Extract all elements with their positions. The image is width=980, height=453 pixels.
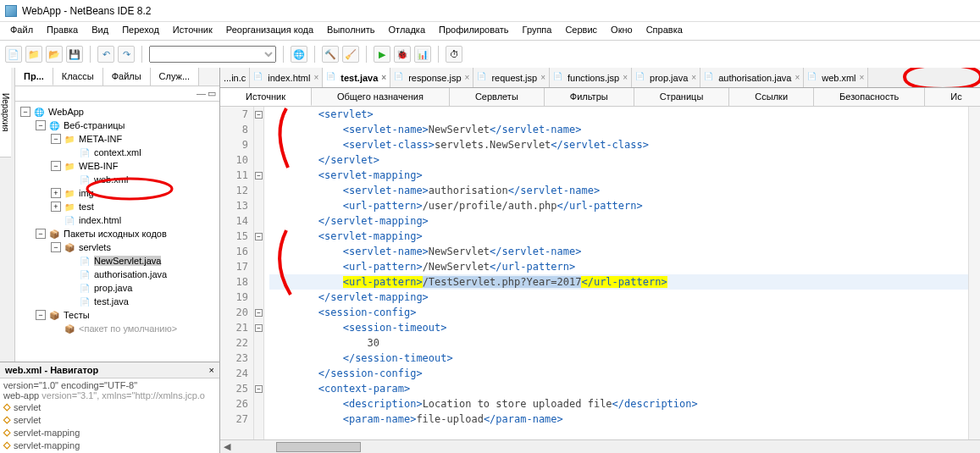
- fold-icon[interactable]: −: [255, 309, 263, 317]
- fold-icon[interactable]: −: [255, 385, 263, 393]
- attach-icon[interactable]: ⏱: [446, 46, 462, 63]
- tree-webxml[interactable]: 📄web.xml: [17, 173, 218, 186]
- menu-run[interactable]: Выполнить: [320, 22, 381, 40]
- tab-close-icon[interactable]: ×: [465, 73, 470, 82]
- subtab-security[interactable]: Безопасность: [814, 88, 925, 106]
- tab-close-icon[interactable]: ×: [860, 73, 865, 82]
- tree-defpkg[interactable]: 📦<пакет по умолчанию>: [17, 322, 218, 335]
- tree-img[interactable]: +📁img: [17, 186, 218, 200]
- nav-servlet1[interactable]: ◇servlet: [3, 401, 216, 413]
- files-tab[interactable]: Файлы: [103, 68, 151, 86]
- tree-tests[interactable]: −📦Тесты: [17, 308, 218, 322]
- tree-newservlet[interactable]: 📄NewServlet.java: [17, 254, 218, 268]
- tab-requestjsp[interactable]: 📄request.jsp×: [473, 68, 550, 87]
- tree-metainf[interactable]: −📁META-INF: [17, 132, 218, 146]
- tab-indexhtml[interactable]: 📄index.html×: [250, 68, 323, 87]
- tree-prop[interactable]: 📄prop.java: [17, 281, 218, 295]
- chrome-icon[interactable]: 🌐: [291, 46, 307, 63]
- fold-icon[interactable]: −: [255, 233, 263, 240]
- menu-help[interactable]: Справка: [639, 22, 689, 40]
- nav-mapping2[interactable]: ◇servlet-mapping: [3, 439, 216, 451]
- services-tab[interactable]: Служ...: [151, 68, 200, 86]
- scrollbar-thumb[interactable]: [276, 442, 361, 452]
- menu-navigate[interactable]: Переход: [115, 22, 166, 40]
- clean-build-icon[interactable]: 🧹: [342, 46, 359, 63]
- vertical-tabs: Иерархия: [0, 68, 15, 362]
- editor-subtabs: Источник Общего назначения Сервлеты Филь…: [220, 88, 980, 107]
- subtab-refs[interactable]: Ссылки: [729, 88, 814, 106]
- menu-file[interactable]: Файл: [3, 22, 40, 40]
- tree-indexhtml[interactable]: 📄index.html: [17, 213, 218, 227]
- tree-authorisation[interactable]: 📄authorisation.java: [17, 268, 218, 281]
- menu-tools[interactable]: Сервис: [558, 22, 604, 40]
- subtab-pages[interactable]: Страницы: [634, 88, 730, 106]
- tree-servlets[interactable]: −📦servlets: [17, 240, 218, 254]
- horizontal-scrollbar[interactable]: ◀: [220, 439, 980, 453]
- tab-responsejsp[interactable]: 📄response.jsp×: [390, 68, 473, 87]
- subtab-servlets[interactable]: Сервлеты: [450, 88, 545, 106]
- menu-edit[interactable]: Правка: [40, 22, 85, 40]
- menu-debug[interactable]: Отладка: [382, 22, 432, 40]
- subtab-filters[interactable]: Фильтры: [545, 88, 634, 106]
- tab-propjava[interactable]: 📄prop.java×: [632, 68, 700, 87]
- tab-close-icon[interactable]: ×: [623, 73, 628, 82]
- tree-webinf[interactable]: −📁WEB-INF: [17, 159, 218, 173]
- navigator-close-icon[interactable]: ×: [209, 365, 214, 375]
- profile-icon[interactable]: 📊: [414, 46, 431, 63]
- fold-icon[interactable]: −: [255, 172, 263, 180]
- restore-icon[interactable]: ▭: [208, 88, 216, 99]
- classes-tab[interactable]: Классы: [53, 68, 103, 86]
- nav-xml-decl[interactable]: version="1.0" encoding="UTF-8": [3, 380, 216, 390]
- tab-testjava[interactable]: 📄test.java×: [323, 68, 390, 87]
- menu-source[interactable]: Источник: [166, 22, 219, 40]
- new-project-icon[interactable]: 📁: [25, 46, 42, 63]
- menu-profile[interactable]: Профилировать: [432, 22, 516, 40]
- tree-srcpackages[interactable]: −📦Пакеты исходных кодов: [17, 227, 218, 240]
- debug-icon[interactable]: 🐞: [394, 46, 411, 63]
- tab-functionsjsp[interactable]: 📄functions.jsp×: [550, 68, 632, 87]
- line-gutter: 789101112131415161718192021222324252627: [220, 107, 254, 439]
- code-editor[interactable]: 789101112131415161718192021222324252627 …: [220, 107, 980, 439]
- scroll-left-icon[interactable]: ◀: [220, 440, 234, 454]
- redo-icon[interactable]: ↷: [118, 46, 135, 63]
- tree-testjava[interactable]: 📄test.java: [17, 295, 218, 308]
- tab-close-icon[interactable]: ×: [795, 73, 800, 82]
- tab-authjava[interactable]: 📄authorisation.java×: [700, 68, 804, 87]
- code-body[interactable]: <servlet> <servlet-name>NewServlet</serv…: [264, 107, 968, 439]
- nav-servlet2[interactable]: ◇servlet: [3, 413, 216, 426]
- fold-gutter: − − − − − −: [254, 107, 264, 439]
- menu-view[interactable]: Вид: [85, 22, 115, 40]
- tab-close-icon[interactable]: ×: [691, 73, 696, 82]
- new-file-icon[interactable]: 📄: [5, 46, 22, 63]
- subtab-history[interactable]: Ис: [925, 88, 980, 106]
- tab-inc[interactable]: ...in.c: [220, 68, 250, 87]
- save-all-icon[interactable]: 💾: [66, 46, 83, 63]
- undo-icon[interactable]: ↶: [97, 46, 114, 63]
- subtab-general[interactable]: Общего назначения: [312, 88, 450, 106]
- subtab-source[interactable]: Источник: [220, 88, 312, 106]
- menu-team[interactable]: Группа: [516, 22, 559, 40]
- config-select[interactable]: [149, 46, 276, 63]
- tab-close-icon[interactable]: ×: [381, 73, 386, 82]
- run-icon[interactable]: ▶: [374, 46, 390, 63]
- build-icon[interactable]: 🔨: [322, 46, 339, 63]
- tree-test[interactable]: +📁test: [17, 200, 218, 213]
- nav-webapp[interactable]: web-app version="3.1", xmlns="http://xml…: [3, 390, 216, 401]
- fold-icon[interactable]: −: [255, 324, 263, 332]
- menu-refactor[interactable]: Реорганизация кода: [219, 22, 320, 40]
- projects-tab[interactable]: Пр...: [15, 68, 53, 86]
- menu-window[interactable]: Окно: [604, 22, 639, 40]
- navigator-panel: web.xml - Навигатор × version="1.0" enco…: [0, 362, 219, 453]
- tab-close-icon[interactable]: ×: [540, 73, 545, 82]
- fold-icon[interactable]: −: [255, 111, 263, 119]
- tree-contextxml[interactable]: 📄context.xml: [17, 146, 218, 159]
- tree-webpages[interactable]: −🌐Веб-страницы: [17, 119, 218, 132]
- tab-close-icon[interactable]: ×: [313, 73, 318, 82]
- minimize-icon[interactable]: —: [197, 88, 206, 99]
- error-stripe[interactable]: [968, 107, 980, 439]
- tree-root[interactable]: −🌐WebApp: [17, 105, 218, 119]
- open-icon[interactable]: 📂: [46, 46, 63, 63]
- hierarchy-tab[interactable]: Иерархия: [0, 68, 11, 157]
- tab-webxml[interactable]: 📄web.xml×: [804, 68, 868, 87]
- nav-mapping1[interactable]: ◇servlet-mapping: [3, 426, 216, 439]
